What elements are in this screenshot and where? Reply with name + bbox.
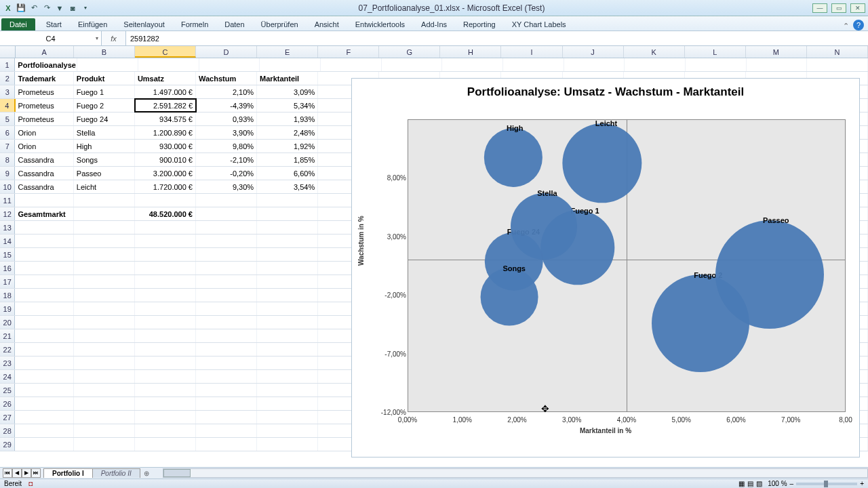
cell[interactable] [15, 302, 73, 315]
cell[interactable] [564, 58, 625, 71]
cell[interactable] [257, 207, 318, 220]
col-header[interactable]: H [440, 46, 501, 58]
cell[interactable]: 1.497.000 € [135, 85, 196, 98]
cell[interactable]: 48.520.000 € [135, 207, 196, 220]
cell[interactable]: 0,93% [196, 113, 257, 125]
cell[interactable] [15, 329, 73, 342]
cell[interactable]: Produkt [74, 72, 135, 85]
col-header[interactable]: A [16, 46, 74, 58]
cell[interactable] [257, 438, 318, 451]
bubble-songs[interactable] [481, 268, 538, 326]
cell[interactable]: Orion [15, 140, 73, 152]
bubble-stella[interactable] [511, 193, 577, 260]
cell[interactable] [74, 262, 135, 274]
cell[interactable] [196, 248, 257, 261]
ribbon-tab-pagelayout[interactable]: Seitenlayout [115, 18, 173, 30]
cell[interactable] [257, 262, 318, 274]
cell[interactable]: Cassandra [15, 153, 73, 166]
name-box[interactable]: C4 [0, 31, 102, 45]
cell[interactable] [135, 275, 196, 288]
cell[interactable]: Gesamtmarkt [15, 207, 73, 220]
cell[interactable]: Portfolioanalyse [15, 58, 77, 71]
cell[interactable] [15, 397, 73, 410]
view-pagelayout-icon[interactable]: ▤ [747, 480, 753, 487]
cell[interactable] [74, 235, 135, 247]
cell[interactable] [196, 207, 257, 220]
col-header[interactable]: G [379, 46, 440, 58]
bubble-passeo[interactable] [715, 220, 824, 329]
row-header[interactable]: 23 [0, 357, 15, 369]
row-header[interactable]: 10 [0, 180, 15, 193]
cell[interactable]: Prometeus [15, 113, 73, 125]
cell[interactable] [257, 289, 318, 302]
col-header[interactable]: D [196, 46, 257, 58]
cell[interactable] [77, 58, 138, 71]
cell[interactable] [196, 411, 257, 424]
cell[interactable] [257, 343, 318, 356]
ribbon-tab-view[interactable]: Ansicht [307, 18, 347, 30]
camera-icon[interactable]: ◙ [67, 3, 78, 14]
cell[interactable] [257, 397, 318, 410]
qat-dropdown-icon[interactable]: ▾ [80, 3, 91, 14]
row-header[interactable]: 19 [0, 302, 15, 315]
row-header[interactable]: 4 [0, 99, 16, 112]
row-header[interactable]: 28 [0, 424, 15, 437]
cell[interactable] [196, 343, 257, 356]
col-header[interactable]: M [746, 46, 807, 58]
cell[interactable] [15, 370, 73, 383]
cell[interactable]: Cassandra [15, 167, 73, 180]
cell[interactable] [807, 58, 868, 71]
cell[interactable]: 6,60% [257, 167, 318, 180]
cell[interactable]: Marktanteil [257, 72, 318, 85]
zoom-slider[interactable] [796, 483, 857, 485]
file-tab[interactable]: Datei [1, 18, 35, 30]
cell[interactable] [15, 221, 73, 234]
ribbon-tab-formulas[interactable]: Formeln [173, 18, 216, 30]
bubble-high[interactable] [484, 128, 542, 186]
cell[interactable] [257, 248, 318, 261]
cell[interactable] [135, 424, 196, 437]
cell[interactable]: -0,20% [196, 167, 257, 180]
col-header[interactable]: J [563, 46, 624, 58]
cell[interactable]: Passeo [74, 167, 135, 180]
cell[interactable]: 2,48% [257, 126, 318, 139]
cell[interactable] [257, 384, 318, 396]
cell[interactable] [74, 316, 135, 329]
cell[interactable] [382, 58, 443, 71]
cell[interactable] [74, 370, 135, 383]
row-header[interactable]: 6 [0, 126, 15, 139]
cell[interactable] [15, 248, 73, 261]
cell[interactable] [15, 262, 73, 274]
cell[interactable] [15, 411, 73, 424]
cell[interactable]: 1,85% [257, 153, 318, 166]
cell[interactable] [625, 58, 686, 71]
cell[interactable] [135, 438, 196, 451]
cell[interactable] [196, 357, 257, 369]
cell[interactable] [138, 58, 199, 71]
cell[interactable]: 9,80% [196, 140, 257, 152]
row-header[interactable]: 17 [0, 275, 15, 288]
row-header[interactable]: 26 [0, 397, 15, 410]
bubble-leicht[interactable] [562, 123, 642, 203]
cell[interactable] [15, 343, 73, 356]
cell[interactable]: Cassandra [15, 180, 73, 193]
cell[interactable]: 900.010 € [135, 153, 196, 166]
cell[interactable] [74, 302, 135, 315]
horizontal-scrollbar[interactable] [163, 468, 868, 478]
cell[interactable] [74, 397, 135, 410]
cell[interactable] [135, 329, 196, 342]
cell[interactable]: Trademark [15, 72, 73, 85]
col-header[interactable]: E [257, 46, 318, 58]
cell[interactable] [199, 58, 260, 71]
cell[interactable]: Wachstum [196, 72, 257, 85]
cell[interactable]: 2.591.282 € [135, 99, 196, 112]
row-header[interactable]: 8 [0, 153, 15, 166]
row-header[interactable]: 25 [0, 384, 15, 396]
cell[interactable]: Fuego 1 [74, 85, 135, 98]
row-header[interactable]: 15 [0, 248, 15, 261]
col-header[interactable]: F [318, 46, 379, 58]
cell[interactable] [257, 329, 318, 342]
maximize-button[interactable]: ▭ [831, 3, 846, 13]
row-header[interactable]: 16 [0, 262, 15, 274]
cell[interactable]: Leicht [74, 180, 135, 193]
